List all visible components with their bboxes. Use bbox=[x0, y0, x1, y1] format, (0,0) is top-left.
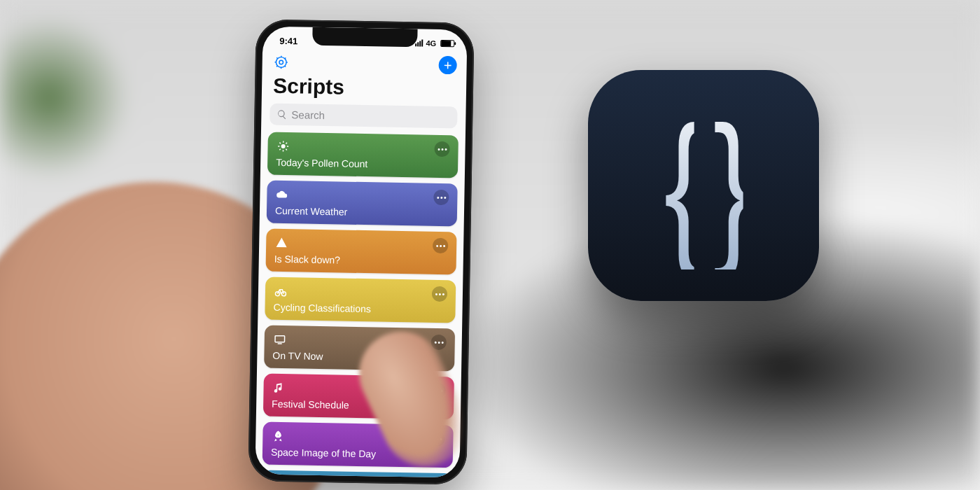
status-right: 4G bbox=[415, 38, 454, 48]
tv-icon bbox=[273, 332, 287, 346]
toolbar: + bbox=[262, 48, 467, 74]
add-button[interactable]: + bbox=[438, 56, 456, 74]
plus-icon: + bbox=[444, 58, 452, 72]
script-label: Current Weather bbox=[275, 205, 449, 219]
search-field[interactable]: Search bbox=[270, 104, 458, 129]
svg-point-2 bbox=[281, 144, 286, 148]
more-button[interactable] bbox=[434, 141, 449, 157]
svg-point-0 bbox=[276, 57, 286, 68]
settings-button[interactable] bbox=[272, 53, 290, 71]
script-card[interactable]: Is Slack down? bbox=[265, 229, 456, 275]
notch bbox=[312, 27, 417, 48]
gear-icon bbox=[274, 55, 289, 70]
svg-point-1 bbox=[279, 60, 284, 64]
svg-rect-5 bbox=[275, 336, 285, 342]
more-button[interactable] bbox=[433, 238, 448, 253]
music-icon bbox=[272, 381, 286, 395]
rocket-icon bbox=[271, 429, 285, 443]
status-time: 9:41 bbox=[279, 35, 298, 46]
more-button[interactable] bbox=[432, 286, 447, 302]
map-icon bbox=[270, 477, 284, 478]
battery-icon bbox=[440, 40, 454, 47]
search-placeholder: Search bbox=[291, 108, 325, 121]
warning-icon bbox=[274, 236, 288, 250]
bicycle-icon bbox=[274, 284, 288, 298]
script-label: Is Slack down? bbox=[274, 253, 448, 267]
script-card[interactable]: Cycling Classifications bbox=[265, 277, 456, 323]
signal-icon bbox=[415, 39, 423, 46]
search-icon bbox=[276, 109, 287, 120]
script-label: Today's Pollen Count bbox=[276, 157, 449, 171]
script-card[interactable]: Current Weather bbox=[267, 181, 458, 227]
app-icon: {} bbox=[588, 70, 819, 301]
script-card[interactable]: Today's Pollen Count bbox=[267, 132, 458, 178]
cloud-icon bbox=[275, 188, 289, 202]
carrier-label: 4G bbox=[426, 39, 436, 48]
script-label: Cycling Classifications bbox=[273, 302, 447, 316]
script-card[interactable]: Find Nearby Scooter bbox=[261, 470, 452, 478]
more-button[interactable] bbox=[433, 190, 449, 205]
braces-icon: {} bbox=[658, 102, 749, 270]
sun-icon bbox=[276, 139, 290, 153]
page-title: Scripts bbox=[262, 71, 467, 106]
